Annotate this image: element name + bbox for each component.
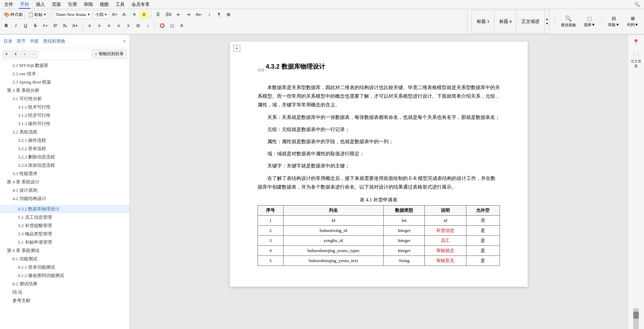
align-right-btn[interactable]: ≡ xyxy=(105,21,113,30)
toc-item[interactable]: 3.2 系统流程 xyxy=(0,128,129,136)
doc-area[interactable]: + ⊞⊞ 4.3.2 数据库物理设计 本数据库是关系型数据库，因此对二维表的结构… xyxy=(130,35,627,329)
menu-item-page[interactable]: 页面 xyxy=(51,1,62,8)
align-justify-btn[interactable]: ≡ xyxy=(115,21,123,30)
style-heading4-btn[interactable]: 标题 4 xyxy=(494,10,517,33)
decrease-indent-btn[interactable]: ⇤ xyxy=(175,10,183,19)
toc-item[interactable]: 参考文献 xyxy=(0,296,129,305)
tab-toc[interactable]: 目录 xyxy=(3,37,12,46)
clear-format-btn[interactable]: ✕ xyxy=(130,10,138,19)
highlight-btn[interactable]: A xyxy=(140,10,148,19)
font-size-dropdown[interactable]: ▼ xyxy=(104,13,107,16)
toc-item[interactable]: 3.1.1 技术可行性 xyxy=(0,103,129,111)
style-label[interactable]: 样式刷 xyxy=(10,12,23,18)
font-name-selector[interactable]: Times New Roma ▼ xyxy=(54,10,92,19)
paste-dropdown[interactable]: ▼ xyxy=(43,13,46,16)
toc-item[interactable]: 结 论 xyxy=(0,288,129,296)
align-left-text-btn[interactable]: ≡ xyxy=(86,21,94,30)
search-replace-btn[interactable]: 🔍 查找替换 xyxy=(558,14,579,29)
toc-item[interactable]: 4.1 设计原则 xyxy=(0,186,129,194)
menu-item-view[interactable]: 视图 xyxy=(98,1,110,8)
toc-item[interactable]: 第 4 章 系统设计 xyxy=(0,178,129,186)
char-bg-btn[interactable]: A▼ xyxy=(71,21,80,30)
menu-item-reference[interactable]: 引用 xyxy=(66,1,78,8)
layout-btn[interactable]: ⊟ 排版▼ xyxy=(605,14,622,29)
nav-down-btn[interactable]: ∨ xyxy=(3,50,10,58)
toc-item[interactable]: 5.1 补贴申请管理 xyxy=(0,238,129,246)
page-add-btn[interactable]: + xyxy=(233,45,240,52)
toc-item[interactable]: 6.1.1 登录功能测试 xyxy=(0,263,129,271)
toc-item[interactable]: 2.2 vue 技术 xyxy=(0,70,129,78)
toc-item[interactable]: 2.3 Spring Boot 框架 xyxy=(0,78,129,86)
toc-item[interactable]: 5.1 员工信息管理 xyxy=(0,213,129,222)
tab-bookmark[interactable]: 书签 xyxy=(30,37,39,46)
underline-btn[interactable]: U xyxy=(21,21,30,30)
paper-check-btn[interactable]: 📄 论文查重 xyxy=(630,50,642,70)
formula-btn[interactable]: A xyxy=(178,21,186,30)
cell-0-3: id xyxy=(425,215,466,225)
toc-item[interactable]: 6.2 测试结果 xyxy=(0,280,129,288)
eraser-btn[interactable]: ◻ xyxy=(168,21,176,30)
insert-table-btn[interactable]: ⊞ xyxy=(224,10,233,19)
columns-btn[interactable]: ⊞ 列列▼ xyxy=(624,14,641,29)
style-body-btn[interactable]: 正文缩进 xyxy=(517,10,545,33)
search-icon[interactable]: 🔍 xyxy=(633,1,641,8)
toc-item[interactable]: 6.1 功能测试 xyxy=(0,255,129,263)
nav-remove-btn[interactable]: − xyxy=(30,50,37,58)
align-left-btn[interactable]: A⇐ xyxy=(194,10,204,19)
shape-btn[interactable]: ⭕ xyxy=(158,21,167,30)
menu-item-insert[interactable]: 插入 xyxy=(35,1,46,8)
toc-item[interactable]: 5.3 物品类型管理 xyxy=(0,230,129,238)
font-color-btn[interactable]: A▼ xyxy=(41,21,50,30)
tab-chapter[interactable]: 章节 xyxy=(17,37,26,46)
tab-find-replace[interactable]: 查找和替换 xyxy=(43,37,65,46)
toc-item[interactable]: 4.3.2 数据库物理设计 xyxy=(0,205,129,213)
toc-item[interactable]: 3.2.3 删除信息流程 xyxy=(0,153,129,161)
toc-item[interactable]: 第 3 章 系统分析 xyxy=(0,86,129,95)
paper-label: 论文查重 xyxy=(630,59,642,69)
toc-item[interactable]: 3.3 性能需求 xyxy=(0,170,129,178)
increase-indent-btn[interactable]: ⇥ xyxy=(184,10,193,19)
menu-item-review[interactable]: 审阅 xyxy=(82,1,94,8)
toc-item[interactable]: 3.2.4 添加信息流程 xyxy=(0,161,129,170)
align-col-btn[interactable]: ⊟ xyxy=(134,21,142,30)
toc-item[interactable]: 2.1 MYSQL数据库 xyxy=(0,61,129,70)
subscript-btn[interactable]: X₂ xyxy=(61,21,69,30)
paste-label[interactable]: 粘贴 xyxy=(34,12,43,18)
menu-item-tools[interactable]: 工具 xyxy=(114,1,126,8)
line-spacing-btn[interactable]: ↕ xyxy=(205,10,213,19)
numbered-list-btn[interactable]: ☰# xyxy=(164,10,173,19)
font-size-selector[interactable]: 小四 ▼ xyxy=(93,10,109,19)
bold-btn[interactable]: B xyxy=(2,21,10,30)
font-size-decrease-btn[interactable]: A- xyxy=(120,10,129,19)
location-btn[interactable]: 📍 xyxy=(630,37,642,47)
italic-btn[interactable]: I xyxy=(12,21,20,30)
align-distribute-btn[interactable]: ≡ xyxy=(124,21,133,30)
toc-item[interactable]: 3.1.2 经济可行性 xyxy=(0,111,129,120)
bullet-list-btn[interactable]: ☰ xyxy=(154,10,162,19)
toc-item[interactable]: 3.1 可行性分析 xyxy=(0,95,129,103)
menu-item-file[interactable]: 文件 xyxy=(3,1,15,8)
sidebar-close-btn[interactable]: × xyxy=(123,38,126,44)
toc-item[interactable]: 3.1.3 操作可行性 xyxy=(0,120,129,128)
style-heading3-btn[interactable]: 标题 3 xyxy=(472,10,494,33)
nav-add-btn[interactable]: + xyxy=(21,50,28,58)
smart-toc-btn[interactable]: ○ 智能识别目录 xyxy=(92,50,127,58)
toc-item[interactable]: 3.2.1 操作流程 xyxy=(0,136,129,145)
superscript-btn[interactable]: X² xyxy=(51,21,60,30)
toc-item[interactable]: 5.2 补货提醒管理 xyxy=(0,222,129,230)
toc-item[interactable]: 3.2.2 登录流程 xyxy=(0,145,129,153)
font-name-dropdown[interactable]: ▼ xyxy=(87,13,90,16)
cell-3-0: 4 xyxy=(258,245,283,256)
select-btn[interactable]: ⬚ 选择▼ xyxy=(581,14,598,29)
toc-item[interactable]: 第 6 章 系统测试 xyxy=(0,246,129,255)
menu-item-vip[interactable]: 会员专享 xyxy=(130,1,151,8)
toc-item[interactable]: 4.2 功能结构设计 xyxy=(0,194,129,203)
nav-up-btn[interactable]: ∧ xyxy=(12,50,19,58)
line-spacing2-btn[interactable]: ↕ xyxy=(144,21,152,30)
para-format-btn[interactable]: ¶ xyxy=(215,10,223,19)
align-center-btn[interactable]: ≡ xyxy=(95,21,104,30)
font-size-increase-btn[interactable]: A+ xyxy=(110,10,119,19)
menu-item-home[interactable]: 开始 xyxy=(19,0,30,9)
strikethrough-btn[interactable]: S̶ xyxy=(31,21,39,30)
toc-item[interactable]: 6.1.2 修改密码功能测试 xyxy=(0,271,129,280)
